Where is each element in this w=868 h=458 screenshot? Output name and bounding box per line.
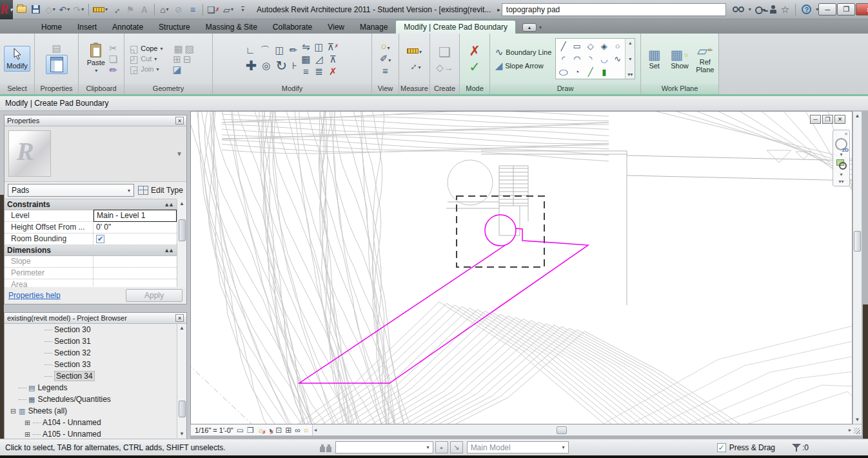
rectangle-tool-icon[interactable]: ▭ [570,39,584,52]
favorites-star-icon[interactable]: ☆ [781,4,789,15]
properties-help-link[interactable]: Properties help [8,291,61,300]
design-options-dropdown[interactable]: Main Model▾ [467,441,569,453]
tab-manage[interactable]: Manage [352,21,395,34]
mirror-draw-axis-icon[interactable]: ◫ [314,42,323,52]
split-with-gap-icon[interactable]: ✏ [290,45,298,55]
default-3d-view-button[interactable]: ⌂▾ [158,3,171,17]
navbar-more-chevron-icon[interactable]: ▾▾ [838,179,843,184]
tree-item-a104[interactable]: ⊞A104 - Unnamed [5,417,186,428]
type-selector-dropdown[interactable]: Pads▾ [8,184,134,197]
offset-elements-icon[interactable]: ≣ [314,66,323,76]
help-icon[interactable]: ? [802,5,811,14]
cope-button[interactable]: ◱Cope▾▦▨ [130,44,194,54]
inscribed-polygon-tool-icon[interactable]: ◇ [584,39,597,52]
cut-button[interactable]: ◰Cut▾⊞⊟ [130,54,191,64]
pin-icon[interactable]: ⊼ [328,54,339,64]
panel-draw-label[interactable]: Draw [490,84,640,94]
ref-plane-button[interactable]: ▱✏Ref Plane [694,44,716,74]
sun-path-icon[interactable]: ☼✗ [257,426,264,434]
cut-to-clipboard-icon[interactable]: ✂ [109,43,117,53]
panel-modify-label[interactable]: Modify [213,84,371,94]
sync-with-central-button[interactable]: ◇▾ [44,3,57,17]
override-graphics-button[interactable]: ✐▾ [380,54,391,64]
circumscribed-polygon-tool-icon[interactable]: ◈ [597,39,611,52]
scroll-up-icon[interactable]: ▲ [179,201,184,206]
center-ends-arc-tool-icon[interactable]: ◠ [570,52,584,65]
scroll-right-icon[interactable]: ▸ [849,427,851,433]
tree-item-section-31[interactable]: Section 31 [5,335,186,347]
view-scale-button[interactable]: 1/16" = 1'-0" [195,426,233,434]
resize-grip[interactable] [854,428,860,434]
crop-view-icon[interactable]: ⊡ [275,426,282,434]
move-icon[interactable]: ✚ [246,59,257,72]
cancel-sketch-icon[interactable]: ✗ [469,44,480,57]
gallery-scroll[interactable]: ▴ ▾ ▾▾ [625,39,635,79]
match-type-icon[interactable]: ✏ [109,65,117,75]
scroll-up-icon[interactable]: ▲ [855,113,860,119]
tab-view[interactable]: View [320,21,352,34]
application-menu-button[interactable]: R▾ [0,0,13,19]
reveal-hidden-elements-icon[interactable]: ∞ [295,426,301,434]
tag-by-category-button[interactable]: ⚑ [124,3,137,17]
collapse-chevron-icon[interactable]: ▲▲ [164,201,177,208]
scroll-left-icon[interactable]: ◂ [314,427,317,433]
sign-in-icon[interactable] [769,5,777,14]
section-button[interactable]: ⊘ [172,3,185,17]
room-bounding-checkbox[interactable]: ✔ [96,235,104,243]
visual-style-icon[interactable]: ❒ [247,426,254,434]
align-icon[interactable]: ∟ [246,45,255,55]
temporary-hide-isolate-icon[interactable]: ○ [304,426,308,434]
search-binoculars-icon[interactable] [733,6,744,14]
properties-palette-button[interactable] [46,55,68,74]
height-offset-value-field[interactable]: 0' 0" [94,222,177,233]
start-end-radius-arc-tool-icon[interactable]: ◡ [597,52,611,65]
vertical-scroll-thumb[interactable] [854,231,861,252]
text-button[interactable]: A [138,3,151,17]
split-face-icon[interactable]: ⊞ [173,54,181,64]
tree-item-schedules[interactable]: ▦Schedules/Quantities [5,393,186,405]
join-geometry-icon[interactable]: ▦ [174,44,183,54]
gallery-down-icon[interactable]: ▾ [629,56,631,62]
join-button[interactable]: ◲Join▾◪ [130,65,182,74]
redo-button[interactable]: ↷▾ [72,3,85,17]
steering-wheel-2d-icon[interactable] [835,138,847,150]
save-button[interactable] [30,3,43,17]
detail-level-icon[interactable]: ▭ [237,426,244,434]
project-browser-close-icon[interactable]: ✕ [175,314,184,322]
collapse-chevron-icon[interactable]: ▲▲ [164,247,177,254]
edit-type-button[interactable]: Edit Type [138,186,183,195]
shadows-icon[interactable]: ◑✗ [268,426,272,434]
finish-sketch-icon[interactable]: ✓ [469,60,480,74]
align-elements-icon[interactable]: ≡ [301,66,310,76]
subscription-center-key-icon[interactable] [755,5,765,14]
fillet-arc-tool-icon[interactable]: ◜ [557,52,570,65]
level-value-field[interactable]: Main - Level 1 [94,210,177,222]
tab-massing-site[interactable]: Massing & Site [198,21,265,34]
scroll-thumb[interactable] [179,401,186,417]
offset-icon[interactable]: ⌒ [260,45,270,55]
scroll-up-icon[interactable]: ▲ [179,325,184,331]
measure-button[interactable]: ▾ [92,3,108,17]
paste-button[interactable]: Paste ▾ [85,43,107,75]
aligned-dimension-button-ribbon[interactable]: ↔▾ [408,61,420,71]
scale-icon[interactable]: ◿ [314,54,323,64]
vertical-scrollbar[interactable]: ▲ ▼ [853,111,862,424]
type-preview-chevron-icon[interactable]: ▼ [176,150,182,157]
modify-button[interactable]: Modify [4,46,30,72]
panel-properties-label[interactable]: Properties [35,84,78,94]
zoom-options-chevron-icon[interactable]: ▾ [840,172,842,177]
create-group-icon[interactable]: ❑ [439,45,451,59]
view-minimize-icon[interactable]: ─ [810,115,821,124]
panel-measure-label[interactable]: Measure [399,84,429,94]
customize-qat-button[interactable]: ▾ [236,3,249,17]
tab-home[interactable]: Home [34,21,70,34]
tree-item-a105[interactable]: ⊞A105 - Unnamed [5,428,186,439]
tree-item-section-33[interactable]: Section 33 [5,359,186,370]
ribbon-minimize-control[interactable]: ▲ ▾ [522,23,542,32]
unpin-icon[interactable]: ⊼✗ [328,42,339,52]
press-drag-checkbox[interactable]: ✓ [717,443,726,452]
group-constraints[interactable]: Constraints▲▲ [5,199,177,210]
scroll-thumb[interactable] [179,219,186,241]
measure-button-ribbon[interactable]: ▾ [407,46,422,55]
set-work-plane-button[interactable]: ▦Set [643,48,666,70]
